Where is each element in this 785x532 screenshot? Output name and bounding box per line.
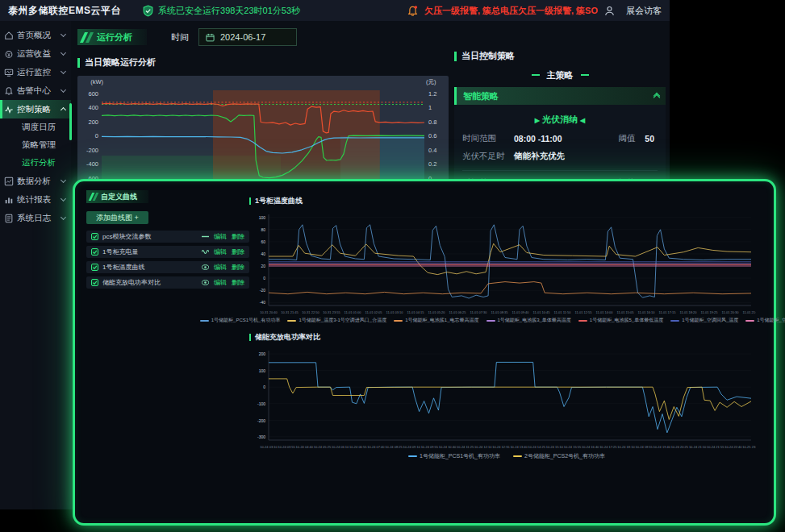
- title-accent-bar: [454, 52, 457, 61]
- checkbox-checked-icon[interactable]: [91, 279, 98, 286]
- edit-link[interactable]: 编辑: [214, 247, 227, 256]
- curve-list-item[interactable]: pcs模块交流参数编辑删除: [86, 231, 249, 243]
- add-curve-chart-button[interactable]: 添加曲线图 +: [86, 211, 148, 224]
- chevron-down-icon: [61, 31, 66, 37]
- svg-text:10-24 16:40: 10-24 16:40: [582, 445, 599, 449]
- svg-text:-20: -20: [260, 288, 265, 293]
- svg-text:11-01 17:15: 11-01 17:15: [658, 310, 676, 314]
- sidebar-item-home[interactable]: 首页概况: [0, 26, 71, 44]
- chevron-down-icon: [61, 177, 66, 183]
- checkbox-checked-icon[interactable]: [91, 233, 98, 240]
- edit-link[interactable]: 编辑: [214, 278, 227, 287]
- svg-text:1.2: 1.2: [428, 90, 436, 98]
- svg-text:-400: -400: [86, 160, 98, 168]
- svg-text:11-01 05:20: 11-01 05:20: [428, 310, 445, 314]
- sidebar-subitem[interactable]: 运行分析: [0, 154, 71, 172]
- svg-text:10-24 21:10: 10-24 21:10: [689, 445, 707, 449]
- sidebar-item-data[interactable]: 数据分析: [0, 172, 71, 190]
- legend-color-dash: [486, 320, 495, 322]
- legend-color-dash: [200, 320, 209, 322]
- wave-icon[interactable]: [202, 248, 209, 256]
- svg-text:10-24 10:40: 10-24 10:40: [439, 445, 457, 449]
- delete-link[interactable]: 删除: [232, 263, 244, 272]
- curve-item-actions: 编辑删除: [202, 247, 244, 256]
- svg-text:10-24 12:10: 10-24 12:10: [474, 445, 492, 449]
- visitor-label[interactable]: 展会访客: [626, 5, 662, 17]
- svg-text:400: 400: [88, 104, 98, 111]
- legend-item[interactable]: 1号储能柜_电池簇5_单体最低温度: [578, 317, 663, 324]
- user-icon[interactable]: [603, 5, 616, 17]
- legend-item[interactable]: 1号储能柜_电池簇1_电芯最高温度: [394, 317, 478, 324]
- sidebar-item-label: 运行监控: [17, 67, 51, 78]
- svg-text:10-24 08:25: 10-24 08:25: [385, 445, 403, 449]
- svg-text:11-01 15:05: 11-01 15:05: [616, 310, 634, 314]
- dash-icon[interactable]: [202, 233, 209, 240]
- chart2-legend: 1号储能柜_PCS1号机_有功功率2号储能柜_PCS2号机_有功功率: [249, 452, 764, 460]
- svg-text:11-01 02:05: 11-01 02:05: [365, 310, 382, 314]
- legend-label: 1号储能柜_温度3-1号空调进风口_合温度: [299, 317, 386, 324]
- row-value: 储能补充优先: [514, 151, 565, 162]
- edit-link[interactable]: 编辑: [214, 263, 227, 272]
- date-picker[interactable]: 2024-06-17: [198, 28, 297, 46]
- svg-text:10-24 17:25: 10-24 17:25: [599, 445, 617, 449]
- svg-text:-200: -200: [86, 147, 98, 154]
- legend-item[interactable]: 1号储能柜_温度3-1号空调进风口_合温度: [287, 317, 386, 324]
- legend-item[interactable]: 1号储能柜_PCS1号机_有功功率: [408, 452, 500, 460]
- svg-text:0.2: 0.2: [428, 160, 436, 168]
- sidebar-item-strategy[interactable]: 控制策略: [0, 100, 71, 118]
- edit-link[interactable]: 编辑: [214, 232, 227, 241]
- tab-run-analysis[interactable]: 运行分析: [77, 29, 147, 45]
- svg-text:11-01 06:25: 11-01 06:25: [449, 310, 466, 314]
- sidebar-subitem[interactable]: 调度日历: [0, 118, 71, 136]
- legend-label: 1号储能柜_空调环境_温度: [757, 317, 785, 324]
- legend-item[interactable]: 1号储能柜_PCS1号机_有功功率: [200, 317, 281, 324]
- checkbox-checked-icon[interactable]: [91, 248, 98, 256]
- collapse-double-chevron-up-icon[interactable]: [654, 92, 659, 100]
- curve-list-item[interactable]: 1号柜温度曲线编辑删除: [86, 261, 249, 273]
- svg-text:10-25 23:25: 10-25 23:25: [742, 445, 756, 449]
- svg-text:10-24 15:55: 10-24 15:55: [564, 445, 582, 449]
- curve-list-item[interactable]: 1号柜充电量编辑删除: [86, 246, 249, 258]
- legend-label: 1号储能柜_空调回风_温度: [682, 317, 738, 324]
- legend-item[interactable]: 1号储能柜_电池簇3_单体最高温度: [486, 317, 571, 324]
- svg-text:100: 100: [259, 215, 266, 220]
- modal-left-column: 自定义曲线 添加曲线图 + pcs模块交流参数编辑删除1号柜充电量编辑删除1号柜…: [86, 189, 249, 292]
- sidebar-item-monitor[interactable]: 运行监控: [0, 63, 71, 81]
- svg-text:(kW): (kW): [90, 78, 103, 85]
- checkbox-checked-icon[interactable]: [91, 264, 98, 271]
- svg-text:1: 1: [428, 104, 432, 111]
- curve-list-item[interactable]: 储能充放电功率对比编辑删除: [86, 276, 249, 289]
- delete-link[interactable]: 删除: [232, 232, 244, 241]
- report-icon: [4, 195, 14, 205]
- triangle-left-icon: ◀: [580, 117, 585, 124]
- svg-text:-100: -100: [257, 401, 265, 406]
- delete-link[interactable]: 删除: [232, 278, 244, 287]
- main-strategy-group-label: 主策略: [454, 69, 666, 81]
- alarm-bell-icon[interactable]: [407, 5, 419, 17]
- sidebar-item-revenue[interactable]: 运营收益: [0, 44, 71, 63]
- sidebar-item-alarm[interactable]: 告警中心: [0, 81, 71, 100]
- eye-icon[interactable]: [202, 264, 209, 271]
- svg-text:11-01 16:10: 11-01 16:10: [637, 310, 655, 314]
- curve-item-actions: 编辑删除: [202, 232, 244, 241]
- sidebar-item-report[interactable]: 统计报表: [0, 190, 71, 209]
- svg-text:0.8: 0.8: [428, 118, 436, 126]
- svg-text:(元): (元): [426, 78, 436, 85]
- legend-item[interactable]: 2号储能柜_PCS2号机_有功功率: [513, 452, 605, 460]
- legend-item[interactable]: 1号储能柜_空调回风_温度: [670, 317, 738, 324]
- alarm-marquee-text[interactable]: 欠压一级报警, 簇总电压欠压一级报警, 簇SO: [424, 5, 598, 17]
- sidebar-item-log[interactable]: 系统日志: [0, 209, 71, 227]
- chart1-title: 1号柜温度曲线: [249, 196, 764, 206]
- svg-text:11-01 21:35: 11-01 21:35: [742, 310, 756, 314]
- threshold-label: 阈值: [618, 133, 635, 144]
- delete-link[interactable]: 删除: [232, 247, 244, 256]
- title-accent-bar: [249, 334, 251, 341]
- sidebar-item-label: 系统日志: [17, 213, 51, 224]
- sidebar-subitem[interactable]: 策略管理: [0, 136, 71, 154]
- svg-text:600: 600: [88, 90, 98, 98]
- eye-icon[interactable]: [202, 279, 209, 286]
- smart-strategy-header[interactable]: 智能策略: [454, 87, 666, 105]
- modal-tab-custom-curves[interactable]: 自定义曲线: [86, 190, 148, 203]
- legend-item[interactable]: 1号储能柜_空调环境_温度: [745, 317, 785, 324]
- svg-text:60: 60: [261, 239, 265, 244]
